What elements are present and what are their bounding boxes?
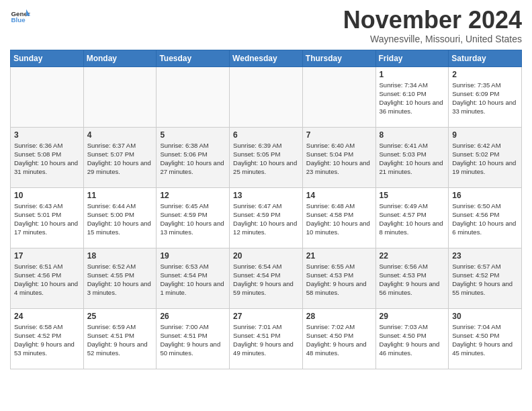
day-number: 2: [452, 70, 518, 79]
day-info: Sunrise: 7:34 AM Sunset: 6:10 PM Dayligh…: [380, 81, 445, 116]
calendar-cell: 21Sunrise: 6:55 AM Sunset: 4:53 PM Dayli…: [302, 248, 375, 308]
calendar-cell: 26Sunrise: 7:00 AM Sunset: 4:51 PM Dayli…: [157, 308, 230, 369]
day-info: Sunrise: 6:44 AM Sunset: 5:00 PM Dayligh…: [87, 201, 153, 237]
day-info: Sunrise: 6:50 AM Sunset: 4:56 PM Dayligh…: [452, 201, 518, 237]
day-number: 22: [380, 251, 445, 261]
day-info: Sunrise: 7:00 AM Sunset: 4:51 PM Dayligh…: [160, 322, 226, 358]
calendar-cell: 19Sunrise: 6:53 AM Sunset: 4:54 PM Dayli…: [157, 248, 230, 308]
calendar-cell: 4Sunrise: 6:37 AM Sunset: 5:07 PM Daylig…: [83, 127, 157, 187]
month-title: November 2024: [343, 7, 522, 34]
day-info: Sunrise: 6:56 AM Sunset: 4:53 PM Dayligh…: [380, 262, 445, 298]
day-number: 10: [14, 191, 80, 200]
calendar-cell: 30Sunrise: 7:04 AM Sunset: 4:50 PM Dayli…: [449, 308, 522, 369]
weekday-header-friday: Friday: [375, 50, 449, 66]
calendar-cell: 14Sunrise: 6:48 AM Sunset: 4:58 PM Dayli…: [302, 187, 375, 248]
day-info: Sunrise: 6:42 AM Sunset: 5:02 PM Dayligh…: [452, 141, 518, 177]
weekday-header-sunday: Sunday: [11, 50, 84, 66]
day-number: 23: [452, 251, 518, 261]
day-info: Sunrise: 6:40 AM Sunset: 5:04 PM Dayligh…: [306, 141, 372, 177]
page-header: General Blue November 2024 Waynesville, …: [10, 7, 522, 44]
day-number: 1: [380, 70, 445, 79]
calendar-cell: 28Sunrise: 7:02 AM Sunset: 4:50 PM Dayli…: [302, 308, 375, 369]
weekday-header-saturday: Saturday: [449, 50, 522, 66]
day-number: 18: [87, 251, 153, 261]
day-number: 20: [233, 251, 299, 261]
calendar-cell: 27Sunrise: 7:01 AM Sunset: 4:51 PM Dayli…: [230, 308, 303, 369]
calendar-week-row: 1Sunrise: 7:34 AM Sunset: 6:10 PM Daylig…: [11, 66, 522, 127]
calendar-cell: 6Sunrise: 6:39 AM Sunset: 5:05 PM Daylig…: [230, 127, 303, 187]
calendar-cell: 29Sunrise: 7:03 AM Sunset: 4:50 PM Dayli…: [375, 308, 449, 369]
calendar-cell: [302, 66, 375, 127]
day-info: Sunrise: 7:01 AM Sunset: 4:51 PM Dayligh…: [233, 322, 299, 358]
day-number: 15: [380, 191, 445, 200]
day-info: Sunrise: 7:35 AM Sunset: 6:09 PM Dayligh…: [452, 81, 518, 116]
day-info: Sunrise: 6:59 AM Sunset: 4:51 PM Dayligh…: [87, 322, 153, 358]
day-info: Sunrise: 6:48 AM Sunset: 4:58 PM Dayligh…: [306, 201, 372, 237]
calendar-cell: [157, 66, 230, 127]
calendar-cell: [11, 66, 84, 127]
day-number: 29: [380, 312, 445, 321]
day-info: Sunrise: 6:49 AM Sunset: 4:57 PM Dayligh…: [380, 201, 445, 237]
day-info: Sunrise: 6:39 AM Sunset: 5:05 PM Dayligh…: [233, 141, 299, 177]
weekday-header-tuesday: Tuesday: [157, 50, 230, 66]
day-number: 5: [160, 130, 226, 140]
calendar-cell: 12Sunrise: 6:45 AM Sunset: 4:59 PM Dayli…: [157, 187, 230, 248]
day-info: Sunrise: 6:45 AM Sunset: 4:59 PM Dayligh…: [160, 201, 226, 237]
location: Waynesville, Missouri, United States: [343, 34, 522, 44]
calendar-cell: 10Sunrise: 6:43 AM Sunset: 5:01 PM Dayli…: [11, 187, 84, 248]
day-info: Sunrise: 6:38 AM Sunset: 5:06 PM Dayligh…: [160, 141, 226, 177]
calendar-cell: 11Sunrise: 6:44 AM Sunset: 5:00 PM Dayli…: [83, 187, 157, 248]
day-info: Sunrise: 7:03 AM Sunset: 4:50 PM Dayligh…: [380, 322, 445, 358]
calendar-cell: [230, 66, 303, 127]
day-info: Sunrise: 6:55 AM Sunset: 4:53 PM Dayligh…: [306, 262, 372, 298]
calendar-cell: 3Sunrise: 6:36 AM Sunset: 5:08 PM Daylig…: [11, 127, 84, 187]
day-number: 26: [160, 312, 226, 321]
weekday-header-row: SundayMondayTuesdayWednesdayThursdayFrid…: [11, 50, 522, 66]
day-number: 24: [14, 312, 80, 321]
calendar-table: SundayMondayTuesdayWednesdayThursdayFrid…: [10, 50, 522, 369]
calendar-cell: 2Sunrise: 7:35 AM Sunset: 6:09 PM Daylig…: [449, 66, 522, 127]
day-number: 3: [14, 130, 80, 140]
day-number: 17: [14, 251, 80, 261]
day-number: 21: [306, 251, 372, 261]
day-info: Sunrise: 6:53 AM Sunset: 4:54 PM Dayligh…: [160, 262, 226, 298]
day-number: 13: [233, 191, 299, 200]
day-info: Sunrise: 6:58 AM Sunset: 4:52 PM Dayligh…: [14, 322, 80, 358]
calendar-cell: [83, 66, 157, 127]
day-number: 7: [306, 130, 372, 140]
day-info: Sunrise: 6:47 AM Sunset: 4:59 PM Dayligh…: [233, 201, 299, 237]
calendar-cell: 13Sunrise: 6:47 AM Sunset: 4:59 PM Dayli…: [230, 187, 303, 248]
calendar-week-row: 17Sunrise: 6:51 AM Sunset: 4:56 PM Dayli…: [11, 248, 522, 308]
title-block: November 2024 Waynesville, Missouri, Uni…: [343, 7, 522, 44]
day-number: 19: [160, 251, 226, 261]
calendar-cell: 9Sunrise: 6:42 AM Sunset: 5:02 PM Daylig…: [449, 127, 522, 187]
day-info: Sunrise: 6:36 AM Sunset: 5:08 PM Dayligh…: [14, 141, 80, 177]
day-number: 11: [87, 191, 153, 200]
day-number: 6: [233, 130, 299, 140]
day-info: Sunrise: 6:43 AM Sunset: 5:01 PM Dayligh…: [14, 201, 80, 237]
day-number: 25: [87, 312, 153, 321]
logo: General Blue: [10, 7, 30, 27]
calendar-cell: 5Sunrise: 6:38 AM Sunset: 5:06 PM Daylig…: [157, 127, 230, 187]
calendar-cell: 7Sunrise: 6:40 AM Sunset: 5:04 PM Daylig…: [302, 127, 375, 187]
calendar-week-row: 10Sunrise: 6:43 AM Sunset: 5:01 PM Dayli…: [11, 187, 522, 248]
day-info: Sunrise: 7:02 AM Sunset: 4:50 PM Dayligh…: [306, 322, 372, 358]
calendar-cell: 20Sunrise: 6:54 AM Sunset: 4:54 PM Dayli…: [230, 248, 303, 308]
weekday-header-monday: Monday: [83, 50, 157, 66]
day-number: 14: [306, 191, 372, 200]
calendar-cell: 22Sunrise: 6:56 AM Sunset: 4:53 PM Dayli…: [375, 248, 449, 308]
day-number: 28: [306, 312, 372, 321]
day-info: Sunrise: 6:51 AM Sunset: 4:56 PM Dayligh…: [14, 262, 80, 298]
calendar-cell: 25Sunrise: 6:59 AM Sunset: 4:51 PM Dayli…: [83, 308, 157, 369]
day-number: 27: [233, 312, 299, 321]
day-info: Sunrise: 7:04 AM Sunset: 4:50 PM Dayligh…: [452, 322, 518, 358]
day-info: Sunrise: 6:54 AM Sunset: 4:54 PM Dayligh…: [233, 262, 299, 298]
calendar-cell: 1Sunrise: 7:34 AM Sunset: 6:10 PM Daylig…: [375, 66, 449, 127]
weekday-header-wednesday: Wednesday: [230, 50, 303, 66]
logo-icon: General Blue: [10, 7, 30, 27]
day-number: 4: [87, 130, 153, 140]
calendar-cell: 24Sunrise: 6:58 AM Sunset: 4:52 PM Dayli…: [11, 308, 84, 369]
day-info: Sunrise: 6:52 AM Sunset: 4:55 PM Dayligh…: [87, 262, 153, 298]
calendar-cell: 15Sunrise: 6:49 AM Sunset: 4:57 PM Dayli…: [375, 187, 449, 248]
calendar-week-row: 3Sunrise: 6:36 AM Sunset: 5:08 PM Daylig…: [11, 127, 522, 187]
